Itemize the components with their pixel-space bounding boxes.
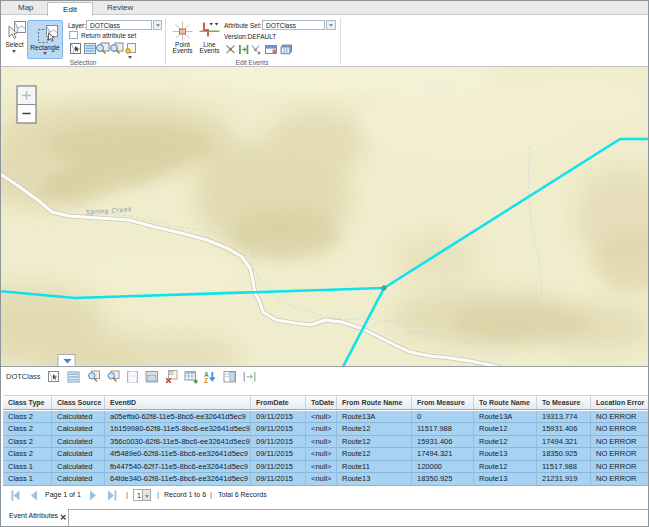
svg-text:Z: Z	[204, 377, 208, 384]
